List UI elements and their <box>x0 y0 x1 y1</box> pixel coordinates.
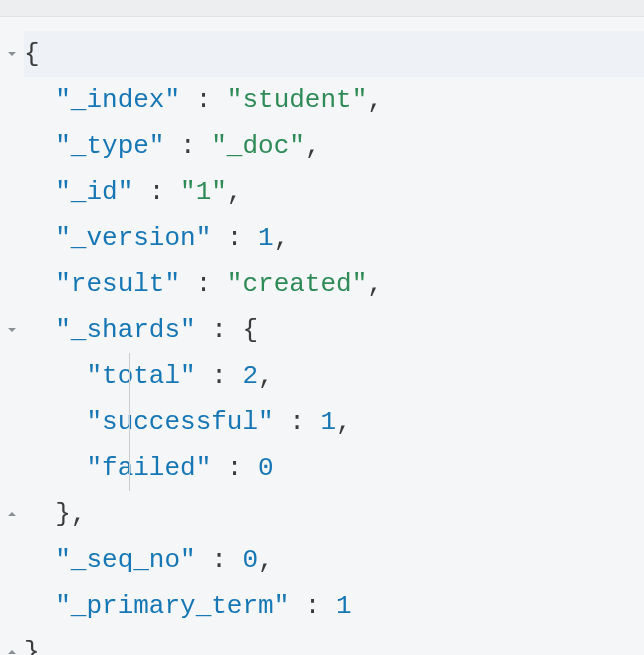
json-comma: , <box>305 131 321 161</box>
gutter-blank <box>0 537 24 583</box>
json-comma: , <box>71 499 87 529</box>
gutter-blank <box>0 261 24 307</box>
json-comma: , <box>367 85 383 115</box>
code-line: "_id" : "1", <box>24 169 644 215</box>
json-key: "_id" <box>55 177 133 207</box>
json-comma: , <box>258 545 274 575</box>
brace-open: { <box>242 315 258 345</box>
json-sep: : <box>211 223 258 253</box>
json-number: 1 <box>258 223 274 253</box>
json-sep: : <box>180 85 227 115</box>
json-number: 1 <box>336 591 352 621</box>
chevron-up-icon <box>7 647 17 655</box>
gutter-blank <box>0 123 24 169</box>
json-sep: : <box>196 361 243 391</box>
fold-toggle-line-14[interactable] <box>0 629 24 655</box>
json-key: "_shards" <box>55 315 195 345</box>
json-key: "_version" <box>55 223 211 253</box>
code-line: "failed" : 0 <box>24 445 644 491</box>
gutter-blank <box>0 353 24 399</box>
gutter-blank <box>0 399 24 445</box>
indent-guide <box>129 399 130 445</box>
json-number: 0 <box>242 545 258 575</box>
fold-toggle-line-11[interactable] <box>0 491 24 537</box>
code-line: } <box>24 629 644 655</box>
indent-guide <box>129 445 130 491</box>
json-number: 2 <box>242 361 258 391</box>
gutter-blank <box>0 445 24 491</box>
json-comma: , <box>336 407 352 437</box>
fold-toggle-line-7[interactable] <box>0 307 24 353</box>
json-key: "total" <box>86 361 195 391</box>
json-string: "created" <box>227 269 367 299</box>
chevron-down-icon <box>7 49 17 59</box>
json-number: 0 <box>258 453 274 483</box>
json-key: "_primary_term" <box>55 591 289 621</box>
code-line: "_shards" : { <box>24 307 644 353</box>
json-sep: : <box>289 591 336 621</box>
json-number: 1 <box>320 407 336 437</box>
json-key: "_index" <box>55 85 180 115</box>
code-line: "successful" : 1, <box>24 399 644 445</box>
json-string: "1" <box>180 177 227 207</box>
gutter-blank <box>0 169 24 215</box>
json-sep: : <box>180 269 227 299</box>
json-string: "_doc" <box>211 131 305 161</box>
json-sep: : <box>274 407 321 437</box>
brace-close: } <box>24 637 40 655</box>
json-sep: : <box>133 177 180 207</box>
code-line: "_version" : 1, <box>24 215 644 261</box>
json-sep: : <box>196 545 243 575</box>
code-line: { <box>24 31 644 77</box>
json-sep: : <box>196 315 243 345</box>
code-line: "_seq_no" : 0, <box>24 537 644 583</box>
json-key: "failed" <box>86 453 211 483</box>
json-sep: : <box>164 131 211 161</box>
code-line: "total" : 2, <box>24 353 644 399</box>
code-line: "result" : "created", <box>24 261 644 307</box>
json-comma: , <box>258 361 274 391</box>
code-area[interactable]: { "_index" : "student", "_type" : "_doc"… <box>24 17 644 655</box>
json-key: "_type" <box>55 131 164 161</box>
code-line: "_primary_term" : 1 <box>24 583 644 629</box>
json-comma: , <box>274 223 290 253</box>
json-key: "successful" <box>86 407 273 437</box>
indent-guide <box>129 353 130 399</box>
json-key: "result" <box>55 269 180 299</box>
json-sep: : <box>211 453 258 483</box>
code-line: }, <box>24 491 644 537</box>
gutter-blank <box>0 583 24 629</box>
editor-top-bar <box>0 0 644 17</box>
fold-gutter <box>0 17 24 655</box>
json-key: "_seq_no" <box>55 545 195 575</box>
gutter-blank <box>0 215 24 261</box>
code-line: "_index" : "student", <box>24 77 644 123</box>
brace-close: } <box>55 499 71 529</box>
chevron-down-icon <box>7 325 17 335</box>
code-line: "_type" : "_doc", <box>24 123 644 169</box>
json-comma: , <box>227 177 243 207</box>
gutter-blank <box>0 77 24 123</box>
brace-open: { <box>24 39 40 69</box>
code-editor: { "_index" : "student", "_type" : "_doc"… <box>0 17 644 655</box>
chevron-up-icon <box>7 509 17 519</box>
fold-toggle-line-1[interactable] <box>0 31 24 77</box>
json-comma: , <box>367 269 383 299</box>
json-string: "student" <box>227 85 367 115</box>
